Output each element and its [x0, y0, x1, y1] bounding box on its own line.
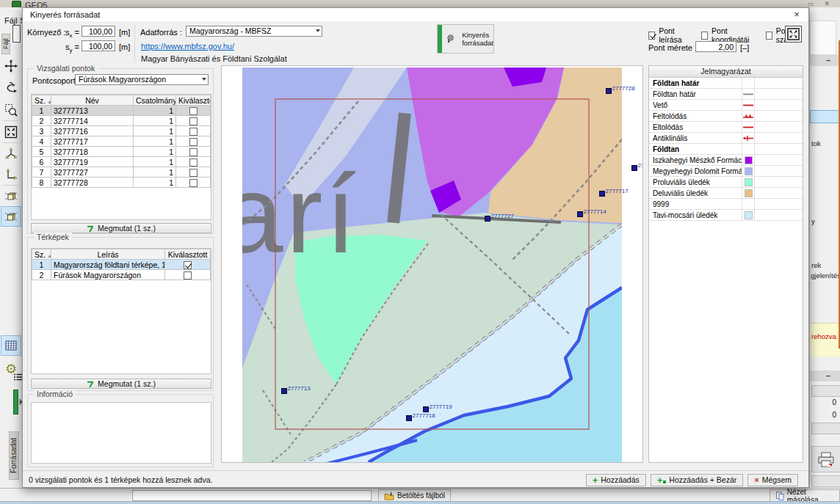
table-row[interactable]: 5327777181 — [32, 147, 211, 157]
copy-view-button[interactable]: Nézet másolása — [770, 489, 840, 502]
tables-icon[interactable] — [1, 335, 21, 356]
col-header-name[interactable]: Név — [51, 95, 134, 106]
pointgroup-dropdown[interactable]: Fúrások Magyarországon — [75, 74, 209, 85]
load-from-file-button[interactable]: Betöltés fájlból — [378, 489, 451, 502]
axes-3d-icon[interactable] — [1, 143, 21, 164]
table-cell — [176, 157, 211, 167]
point-description-checkbox[interactable] — [648, 32, 655, 40]
table-cell: 32777718 — [51, 147, 134, 157]
table-row[interactable]: 4327777171 — [32, 136, 211, 147]
print-button-fragment[interactable] — [811, 446, 840, 472]
survey-point-marker[interactable] — [632, 166, 637, 171]
close-window-icon[interactable]: ✕ — [824, 0, 830, 7]
map-page: arí 27777282727777172777714277772 — [221, 65, 643, 463]
tab-file-vertical[interactable]: Fájl — [1, 34, 10, 54]
status-strip — [0, 501, 840, 504]
col-header-attachments[interactable]: Csatolmányok — [134, 95, 176, 106]
rotate-tool-icon[interactable] — [1, 78, 21, 98]
add-and-close-button[interactable]: + Hozzáadás + Bezár — [651, 474, 744, 486]
col-header-description[interactable]: Leírás — [51, 249, 165, 260]
maximize-icon[interactable]: ▭ — [807, 0, 814, 7]
perspective-view-icon[interactable] — [1, 186, 21, 206]
file-path-input[interactable] — [132, 490, 372, 501]
row-checkbox[interactable] — [184, 261, 192, 269]
fit-view-icon[interactable] — [1, 122, 21, 142]
survey-point-marker[interactable] — [424, 407, 429, 412]
count-value: 0 — [832, 398, 836, 406]
axonometry-view-icon[interactable] — [1, 206, 21, 227]
legend-title: Jelmagyarázat — [649, 66, 803, 78]
row-checkbox[interactable] — [189, 138, 198, 146]
survey-point-marker[interactable] — [485, 216, 490, 222]
table-row[interactable]: 7327777271 — [32, 167, 211, 178]
show-points-button[interactable]: Megmutat (1 sz.) — [31, 223, 211, 233]
survey-point-marker[interactable] — [600, 191, 605, 197]
dialog-close-icon[interactable]: × — [791, 9, 803, 21]
empty-symbol-cell — [742, 199, 755, 209]
row-checkbox[interactable] — [189, 169, 198, 177]
row-checkbox[interactable] — [184, 271, 192, 280]
info-box — [31, 402, 211, 464]
row-checkbox[interactable] — [189, 148, 198, 156]
table-row[interactable]: 6327777191 — [32, 157, 211, 167]
survey-point-marker[interactable] — [407, 416, 412, 421]
add-button[interactable]: + Hozzáadás — [586, 474, 646, 486]
survey-point-marker[interactable] — [607, 89, 612, 94]
legend-label: Deluviális üledék — [649, 189, 742, 197]
table-row[interactable]: 1Magyarország földtani térképe, 100 000 — [32, 260, 211, 270]
row-checkbox[interactable] — [189, 158, 198, 167]
survey-point-label: 2777728 — [612, 85, 636, 92]
button-fragment[interactable] — [811, 475, 840, 487]
table-cell: 4 — [32, 136, 51, 147]
table-cell: 1 — [134, 178, 176, 188]
cancel-button[interactable]: × Mégsem — [747, 474, 798, 486]
fullscreen-button[interactable] — [785, 26, 802, 43]
chevron-down-icon — [202, 78, 206, 81]
sx-input[interactable] — [82, 26, 115, 37]
collapse-icon[interactable]: – — [826, 56, 830, 65]
legend-label: 9999 — [649, 200, 742, 208]
tab-forrasadat-vertical[interactable]: Forrásadat — [9, 431, 19, 480]
show-maps-button[interactable]: Megmutat (1 sz.) — [31, 379, 211, 389]
button-fragment[interactable] — [811, 385, 840, 397]
table-row[interactable]: 3327777161 — [32, 126, 211, 136]
table-cell: 32777719 — [51, 157, 134, 167]
axes-2d-icon[interactable] — [1, 164, 21, 185]
table-row[interactable]: 2327777141 — [32, 116, 211, 126]
folder-icon — [384, 492, 394, 500]
selected-list-item-fragment[interactable] — [810, 110, 840, 123]
point-coordinates-checkbox[interactable] — [701, 32, 708, 40]
collapse-icon[interactable]: – — [826, 371, 830, 380]
datasource-dropdown[interactable]: Magyarország - MBFSZ — [186, 26, 322, 37]
col-header-selected[interactable]: Kiválasztott — [165, 249, 211, 260]
row-checkbox[interactable] — [189, 117, 198, 125]
line-symbol-icon — [742, 122, 755, 132]
col-header-selected[interactable]: Kiválasztott — [176, 95, 211, 106]
table-cell — [165, 260, 211, 270]
legend-label: Földtan határ — [649, 79, 742, 87]
table-row[interactable]: 2Fúrások Magyarországon — [32, 270, 211, 280]
sy-input[interactable] — [82, 40, 115, 51]
point-size-input[interactable] — [695, 41, 736, 52]
table-row[interactable]: 1327777131 — [32, 106, 211, 116]
zoom-select-icon[interactable] — [1, 100, 21, 120]
frame-accent-bar — [13, 390, 18, 414]
button-fragment[interactable] — [811, 423, 840, 434]
survey-point-marker[interactable] — [282, 389, 287, 394]
extract-source-data-button[interactable]: Kinyerésforrásadat — [437, 24, 494, 54]
menu-file[interactable]: Fájl — [4, 16, 18, 25]
row-checkbox[interactable] — [189, 107, 198, 115]
row-checkbox[interactable] — [189, 179, 198, 187]
point-number-checkbox[interactable] — [766, 32, 772, 40]
table-row[interactable]: 8327777281 — [32, 178, 211, 188]
survey-point-marker[interactable] — [578, 212, 583, 217]
map-canvas[interactable]: arí 27777282727777172777714277772 — [222, 66, 643, 463]
col-header-sz[interactable]: Sz.▲ — [32, 95, 51, 106]
col-header-sz[interactable]: Sz.▲ — [32, 249, 51, 260]
row-checkbox[interactable] — [189, 128, 198, 136]
maps-group: Térképek Sz.▲ Leírás Kiválasztott 1Magya… — [27, 237, 214, 391]
table-cell: 32777728 — [51, 178, 134, 188]
pan-tool-icon[interactable] — [1, 56, 21, 76]
main-titlebar: GEO5 ▭ ✕ — [0, 0, 840, 7]
datasource-link[interactable]: https://www.mbfsz.gov.hu/ — [141, 42, 234, 51]
